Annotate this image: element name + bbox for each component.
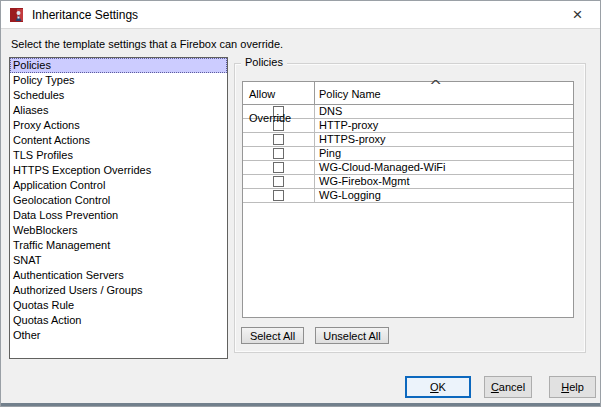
close-button[interactable]: × — [555, 1, 600, 28]
sidebar-item[interactable]: Traffic Management — [10, 238, 227, 253]
sidebar-item[interactable]: Data Loss Prevention — [10, 208, 227, 223]
sidebar-item[interactable]: Aliases — [10, 103, 227, 118]
table-row: HTTPS-proxy — [243, 133, 573, 147]
policy-name-cell: HTTPS-proxy — [315, 133, 573, 146]
table-header-row: Allow Override Policy Name ^ — [243, 82, 573, 105]
sidebar-item[interactable]: Application Control — [10, 178, 227, 193]
select-all-button[interactable]: Select All — [241, 327, 304, 344]
sidebar-item[interactable]: WebBlockers — [10, 223, 227, 238]
titlebar: Inheritance Settings × — [1, 1, 600, 29]
policies-table: Allow Override Policy Name ^ DNS HTTP-pr… — [242, 81, 574, 318]
sidebar-item[interactable]: SNAT — [10, 253, 227, 268]
watchguard-app-icon — [10, 7, 24, 23]
sidebar-item[interactable]: Schedules — [10, 88, 227, 103]
allow-override-checkbox[interactable] — [273, 190, 284, 201]
settings-category-list: Policies Policy Types Schedules Aliases … — [9, 57, 228, 359]
table-row: HTTP-proxy — [243, 119, 573, 133]
sidebar-item[interactable]: Policy Types — [10, 73, 227, 88]
allow-override-cell — [243, 147, 315, 160]
policy-name-cell: WG-Cloud-Managed-WiFi — [315, 161, 573, 174]
cancel-button[interactable]: Cancel — [484, 376, 532, 398]
table-body: DNS HTTP-proxy HTTPS-proxy — [243, 105, 573, 203]
unselect-all-button[interactable]: Unselect All — [315, 327, 389, 344]
sidebar-item[interactable]: Quotas Rule — [10, 298, 227, 313]
policy-name-cell: WG-Firebox-Mgmt — [315, 175, 573, 188]
policy-name-cell: HTTP-proxy — [315, 119, 573, 132]
allow-override-checkbox[interactable] — [273, 134, 284, 145]
sidebar-item[interactable]: Quotas Action — [10, 313, 227, 328]
allow-override-cell — [243, 189, 315, 202]
table-row: DNS — [243, 105, 573, 119]
policy-name-cell: Ping — [315, 147, 573, 160]
policy-name-cell: DNS — [315, 105, 573, 118]
help-button[interactable]: Help — [549, 376, 596, 398]
column-header-policy-name[interactable]: Policy Name — [315, 82, 573, 104]
allow-override-cell — [243, 175, 315, 188]
table-row: Ping — [243, 147, 573, 161]
window-title: Inheritance Settings — [32, 1, 138, 29]
ok-button[interactable]: OK — [405, 376, 471, 398]
sidebar-item[interactable]: Policies — [10, 58, 227, 73]
table-row: WG-Cloud-Managed-WiFi — [243, 161, 573, 175]
allow-override-cell — [243, 133, 315, 146]
sort-ascending-icon: ^ — [431, 78, 441, 90]
sidebar-item[interactable]: Authentication Servers — [10, 268, 227, 283]
sidebar-item[interactable]: TLS Profiles — [10, 148, 227, 163]
sidebar-item[interactable]: Other — [10, 328, 227, 343]
table-row: WG-Logging — [243, 189, 573, 203]
allow-override-cell — [243, 161, 315, 174]
sidebar-item[interactable]: Content Actions — [10, 133, 227, 148]
inheritance-settings-dialog: Inheritance Settings × Select the templa… — [0, 0, 601, 407]
column-header-allow-override[interactable]: Allow Override — [243, 82, 315, 104]
sidebar-item[interactable]: Proxy Actions — [10, 118, 227, 133]
close-icon: × — [573, 6, 583, 23]
table-row: WG-Firebox-Mgmt — [243, 175, 573, 189]
sidebar-item[interactable]: Geolocation Control — [10, 193, 227, 208]
sidebar-item[interactable]: HTTPS Exception Overrides — [10, 163, 227, 178]
groupbox-label: Policies — [241, 56, 287, 68]
sidebar-item[interactable]: Authorized Users / Groups — [10, 283, 227, 298]
allow-override-checkbox[interactable] — [273, 148, 284, 159]
policy-name-cell: WG-Logging — [315, 189, 573, 202]
allow-override-checkbox[interactable] — [273, 176, 284, 187]
instruction-text: Select the template settings that a Fire… — [11, 38, 283, 50]
allow-override-checkbox[interactable] — [273, 162, 284, 173]
